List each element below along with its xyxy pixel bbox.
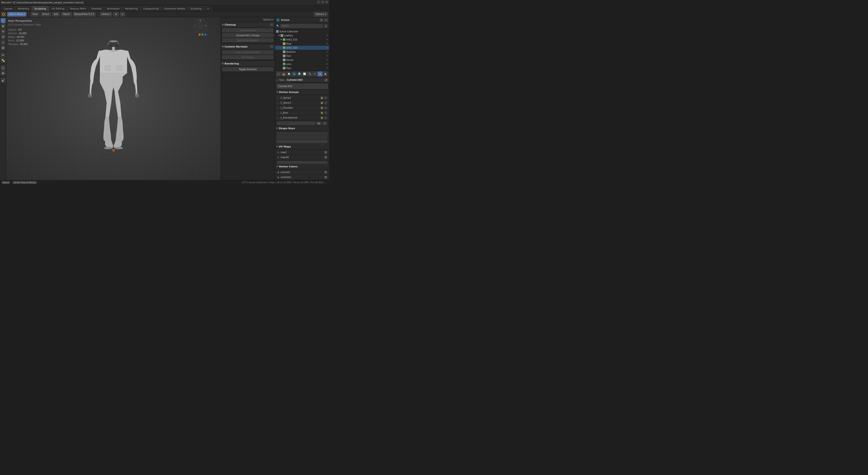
tab-object-props[interactable]: ⬜ <box>302 71 307 77</box>
tab-uv-editing[interactable]: UV Editing <box>49 6 67 11</box>
outliner-filter-btn[interactable]: ⊞ <box>324 24 328 28</box>
eye-icon-lowpoly[interactable]: 👁 <box>326 34 328 37</box>
toggle-emission-btn[interactable]: Toggle Emission <box>222 67 274 71</box>
eye-icon-hands[interactable]: 👁 <box>326 59 328 61</box>
outliner-item-nh02-selected[interactable]: M nh02_010 👁 <box>275 46 329 50</box>
viewport[interactable]: User Perspective (277) Scene Collection … <box>6 17 221 180</box>
cleanup-close-btn[interactable]: ✕ <box>270 23 274 27</box>
vc-colorset2[interactable]: ◉ colorSet2 📷 <box>275 180 329 180</box>
vg-minus-btn-3[interactable]: − <box>324 106 327 110</box>
vg-lock-btn-4[interactable]: 🔒 <box>320 111 323 115</box>
shape-keys-header[interactable]: ▼ Shape Keys <box>275 126 329 131</box>
uv-cam-btn-2[interactable]: 📷 <box>324 156 327 159</box>
normalize-weights-btn[interactable]: Normalize Weights <box>222 38 274 42</box>
vg-minus-btn[interactable]: − <box>324 96 327 99</box>
outliner-item-scene[interactable]: S Scene Collection <box>275 29 329 33</box>
eye-icon-tops[interactable]: 👁 <box>326 67 328 69</box>
outliner-item-pose[interactable]: B Pose 👁 <box>275 41 329 46</box>
options-label[interactable]: Options ▾ <box>263 18 274 21</box>
vg-item-l-shoulder[interactable]: △ L_Shoulder 🔒 − <box>275 106 329 110</box>
view-menu[interactable]: View <box>31 12 39 17</box>
tab-sculpting[interactable]: Sculpting <box>32 6 49 11</box>
blender-icon-btn[interactable] <box>1 12 6 17</box>
unused-bones-btn[interactable]: Unused Bones <box>222 28 274 32</box>
tab-modeling[interactable]: Modeling <box>15 6 31 11</box>
tab-layout[interactable]: Layout <box>1 6 15 11</box>
tab-view-layer[interactable]: 🔲 <box>286 71 291 77</box>
vg-item-l-shoulder-sub[interactable]: △ L_ShoulderSub 🔒 − <box>275 115 329 120</box>
eye-icon-lens[interactable]: 👁 <box>326 63 328 65</box>
tab-geometry-nodes[interactable]: Geometry Nodes <box>162 6 188 11</box>
select-tool[interactable]: ↖ <box>1 18 6 23</box>
vc-cam-btn-1[interactable]: 📷 <box>324 171 327 174</box>
tab-compositing[interactable]: Compositing <box>141 6 161 11</box>
outliner-search-input[interactable] <box>281 24 323 28</box>
tab-scripting[interactable]: Scripting <box>188 6 204 11</box>
eye-icon-pose[interactable]: 👁 <box>326 42 328 45</box>
eye-icon-nh02-sel[interactable]: 👁 <box>326 47 328 49</box>
rendering-header[interactable]: ▼ Rendering <box>221 61 275 66</box>
uv-maplm[interactable]: ⊞ mapLM 📷 <box>275 155 329 160</box>
vg-item-l-bust[interactable]: △ L_Bust 🔒 − <box>275 110 329 115</box>
outliner-item-feet[interactable]: C Feet 👁 <box>275 54 329 58</box>
transform-tool[interactable]: ⊞ <box>1 45 6 50</box>
tab-rendering[interactable]: Rendering <box>123 6 140 11</box>
cleanup-header[interactable]: ▼ Cleanup ✕ <box>221 22 275 27</box>
props-pin-btn[interactable]: 📌 <box>324 78 328 82</box>
uv-cam-btn-1[interactable]: 📷 <box>324 151 327 154</box>
tab-shading[interactable]: Shading <box>89 6 104 11</box>
tab-particles-props[interactable]: ✦ <box>312 71 317 77</box>
rotate-tool[interactable]: ↺ <box>1 34 6 39</box>
vg-minus-btn-4[interactable]: − <box>324 111 327 115</box>
add-tool[interactable]: ⊕ <box>1 70 6 76</box>
outliner-item-nh02[interactable]: ▼ M nh02_010 👁 <box>275 37 329 41</box>
vg-lock-btn-3[interactable]: 🔒 <box>320 106 323 110</box>
scene-filter-btn[interactable]: ▼ <box>320 18 323 22</box>
annotate-tool[interactable]: ✏ <box>1 53 6 57</box>
vg-search-field[interactable]: ＋ <box>277 121 315 125</box>
vg-lock-btn-2[interactable]: 🔒 <box>320 101 323 105</box>
transform-dropdown[interactable]: Global ▾ <box>100 12 112 17</box>
custom-normals-close-btn[interactable]: ✕ <box>270 45 274 49</box>
add-cube-tool[interactable]: □ <box>1 65 6 70</box>
outliner-item-hands[interactable]: C Hands 👁 <box>275 58 329 62</box>
scene-options-btn[interactable]: ≡ <box>324 18 328 22</box>
window-controls[interactable]: ─ □ ✕ <box>317 0 328 4</box>
measure-tool[interactable]: 📏 <box>1 58 6 63</box>
vg-item-c-spine3[interactable]: △ C_Spine3 🔒 − <box>275 100 329 106</box>
retopoflow-btn[interactable]: RetopoFlow 3.2.5 <box>73 12 96 17</box>
outliner-item-lowpoly[interactable]: ▼ C LowPoly 👁 <box>275 33 329 37</box>
proportional-edit-btn[interactable]: ◎ <box>120 12 125 17</box>
tab-material-props[interactable]: ● <box>323 71 328 77</box>
tab-animation[interactable]: Animation <box>104 6 122 11</box>
object-menu[interactable]: Object <box>61 12 72 17</box>
uv-maps-header[interactable]: ▼ UV Maps <box>275 144 329 149</box>
vc-cam-btn-2[interactable]: 📷 <box>324 176 327 179</box>
split-edges-btn[interactable]: Split Edges <box>222 55 274 59</box>
move-tool[interactable]: ✛ <box>1 29 6 34</box>
tab-data-props[interactable]: △ <box>318 71 322 77</box>
scale-tool[interactable]: ⤡ <box>1 40 6 45</box>
select-menu[interactable]: Select <box>41 12 51 17</box>
object-mode-dropdown[interactable]: Object Mode ▾ <box>7 12 26 17</box>
eye-icon-nh02[interactable]: 👁 <box>326 38 328 41</box>
tab-texture-paint[interactable]: Texture Paint <box>67 6 88 11</box>
nav-gizmo[interactable]: X Y Z <box>193 19 207 33</box>
tab-scene-props[interactable]: 🌐 <box>291 71 297 77</box>
vg-minus-btn-2[interactable]: − <box>324 101 327 105</box>
vg-lock-btn-5[interactable]: 🔒 <box>320 116 323 119</box>
outliner-item-tops[interactable]: C Tops 👁 <box>275 66 329 70</box>
custom-normals-header[interactable]: ▼ Custom Normals ✕ <box>221 44 275 49</box>
vg-minus-btn-5[interactable]: − <box>324 116 327 119</box>
vg-down-btn[interactable]: ↓ <box>322 121 327 125</box>
outliner-item-lens[interactable]: M Lens 👁 <box>275 62 329 66</box>
tab-output-props[interactable]: 📤 <box>281 71 286 77</box>
maximize-btn[interactable]: □ <box>321 0 324 4</box>
tab-modifier-props[interactable]: 🔧 <box>307 71 312 77</box>
use-custom-normals-btn[interactable]: Use Custom Normals <box>222 50 274 54</box>
snap-btn[interactable]: ⊕ <box>114 12 119 17</box>
eye-icon-feet[interactable]: 👁 <box>326 55 328 57</box>
close-btn[interactable]: ✕ <box>325 0 328 4</box>
minimize-btn[interactable]: ─ <box>317 0 320 4</box>
options-dropdown[interactable]: Options ▾ <box>314 12 328 17</box>
